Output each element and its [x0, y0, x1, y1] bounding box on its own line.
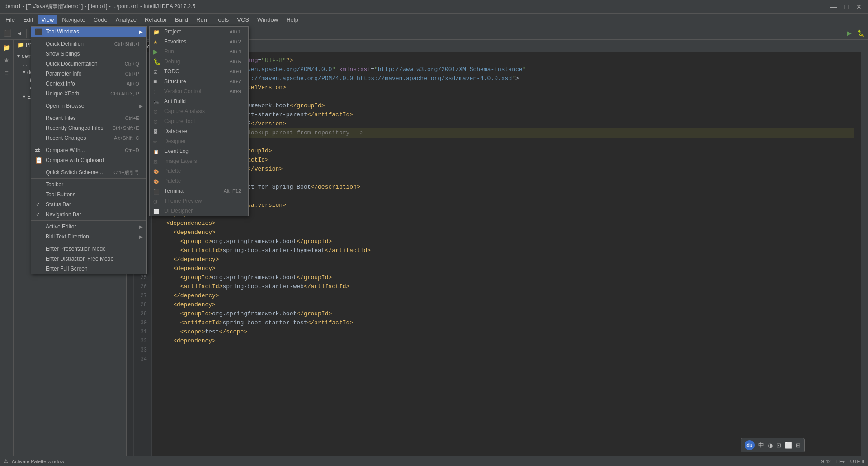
menu-open-in-browser[interactable]: Open in Browser: [31, 101, 146, 111]
baidu-icon-3[interactable]: ⬜: [785, 442, 792, 449]
title-controls: — □ ✕: [829, 3, 863, 10]
toolbar-btn-2[interactable]: ◂: [14, 28, 24, 38]
menu-navigate[interactable]: Navigate: [58, 15, 89, 24]
line-num: 33: [136, 346, 150, 355]
close-button[interactable]: ✕: [854, 3, 863, 10]
menu-context-info[interactable]: Context Info Alt+Q: [31, 79, 146, 89]
menu-distraction-free[interactable]: Enter Distraction Free Mode: [31, 254, 146, 264]
menu-navigation-bar[interactable]: Navigation Bar: [31, 209, 146, 219]
baidu-icon-1[interactable]: ◑: [768, 442, 773, 449]
menu-compare-with[interactable]: ⇄ Compare With... Ctrl+D: [31, 145, 146, 155]
menu-recent-changes[interactable]: Recent Changes Alt+Shift+C: [31, 133, 146, 143]
code-line: </properties>: [159, 210, 854, 219]
menu-recent-files[interactable]: Recent Files Ctrl+E: [31, 113, 146, 123]
menu-run[interactable]: Run: [193, 15, 211, 24]
sidebar-structure-icon[interactable]: ≡: [1, 67, 13, 79]
submenu-todo[interactable]: TODO Alt+6: [150, 67, 248, 76]
menu-tool-windows[interactable]: ⬛ Tool Windows: [31, 27, 146, 37]
menu-presentation-mode[interactable]: Enter Presentation Mode: [31, 244, 146, 254]
shortcut-changed: Ctrl+Shift+E: [103, 125, 139, 131]
toolbar-debug-btn[interactable]: 🐛: [855, 28, 866, 38]
line-num: 31: [136, 328, 150, 337]
sep: [31, 243, 146, 243]
menu-edit[interactable]: Edit: [19, 15, 37, 24]
menu-status-bar[interactable]: Status Bar: [31, 200, 146, 209]
shortcut-param-info: Ctrl+P: [116, 71, 139, 76]
ant-icon: [153, 98, 159, 105]
sep: [31, 38, 146, 38]
submenu-project[interactable]: Project Alt+1: [150, 27, 248, 37]
menu-tool-buttons[interactable]: Tool Buttons: [31, 190, 146, 200]
code-line: <dependencies>: [159, 219, 854, 228]
menu-show-siblings[interactable]: Show Siblings: [31, 49, 146, 59]
menu-active-editor[interactable]: Active Editor: [31, 222, 146, 232]
menu-recently-changed[interactable]: Recently Changed Files Ctrl+Shift+E: [31, 123, 146, 133]
submenu-ui-designer: UI Designer: [150, 206, 248, 216]
menu-view[interactable]: View: [38, 15, 57, 24]
code-line: <groupId>org.springframework.boot</group…: [159, 273, 854, 282]
shortcut-terminal: Alt+F12: [215, 188, 241, 194]
menu-code[interactable]: Code: [90, 15, 111, 24]
code-line: </parent>: [159, 138, 854, 147]
menu-file[interactable]: File: [2, 15, 19, 24]
submenu-event-log[interactable]: Event Log: [150, 146, 248, 156]
menu-quick-definition[interactable]: Quick Definition Ctrl+Shift+I: [31, 39, 146, 49]
menu-window[interactable]: Window: [254, 15, 282, 24]
baidu-ime[interactable]: du 中 ◑ ⊡ ⬜ ⊞: [741, 438, 805, 452]
line-num: 28: [136, 300, 150, 309]
capture-analysis-icon: [153, 108, 158, 115]
project-icon: 📁: [17, 42, 24, 48]
shortcut-vc: Alt+9: [221, 89, 241, 94]
code-line: <properties>: [159, 192, 854, 201]
terminal-icon: [153, 187, 160, 195]
menu-compare-clipboard[interactable]: 📋 Compare with Clipboard: [31, 155, 146, 165]
status-text: Activate Palette window: [12, 459, 64, 464]
minimize-button[interactable]: —: [829, 3, 838, 10]
tools-submenu-dropdown: Project Alt+1 Favorites Alt+2 ▶ Run Alt+…: [149, 26, 249, 216]
code-line: <artifactId>spring-boot-starter-parent</…: [159, 110, 854, 119]
capture-tool-icon: [153, 118, 158, 125]
code-line: <artifactId>demo</artifactId>: [159, 156, 854, 165]
submenu-database[interactable]: Database: [150, 126, 248, 136]
menu-parameter-info[interactable]: Parameter Info Ctrl+P: [31, 69, 146, 79]
submenu-theme-preview: Theme Preview: [150, 196, 248, 206]
toolbar-sep-1: [26, 29, 27, 38]
menu-build[interactable]: Build: [171, 15, 192, 24]
code-editor[interactable]: <?xml version="1.0" encoding="UTF-8"?> <…: [152, 52, 861, 466]
toolbar-btn-1[interactable]: ⬛: [2, 28, 13, 38]
menu-tools[interactable]: Tools: [212, 15, 232, 24]
submenu-ant-build[interactable]: Ant Build: [150, 96, 248, 106]
submenu-terminal[interactable]: Terminal Alt+F12: [150, 186, 248, 196]
menu-refactor[interactable]: Refactor: [141, 15, 170, 24]
shortcut-debug: Alt+5: [221, 59, 241, 64]
tree-expand-icon: ▾: [23, 69, 25, 76]
menu-unique-xpath[interactable]: Unique XPath Ctrl+Alt+X, P: [31, 89, 146, 99]
baidu-chinese-char: 中: [758, 441, 764, 449]
toolbar-run-btn[interactable]: ▶: [844, 28, 854, 38]
submenu-debug: 🐛 Debug Alt+5: [150, 57, 248, 67]
menu-quick-switch[interactable]: Quick Switch Scheme... Ctrl+后引号: [31, 167, 146, 177]
menu-vcs[interactable]: VCS: [233, 15, 253, 24]
tree-item-label: . .: [23, 61, 27, 67]
sidebar-project-icon[interactable]: 📁: [1, 42, 13, 53]
menu-quick-documentation[interactable]: Quick Documentation Ctrl+Q: [31, 59, 146, 69]
compare-icon: ⇄: [35, 147, 40, 154]
code-line: <version>2.3.1.RELEASE</version>: [159, 119, 854, 128]
code-line: <dependency>: [159, 264, 854, 273]
menu-analyze[interactable]: Analyze: [112, 15, 140, 24]
structure-icon: [153, 78, 157, 85]
maximize-button[interactable]: □: [842, 3, 851, 10]
menu-fullscreen[interactable]: Enter Full Screen: [31, 264, 146, 274]
line-num: 25: [136, 273, 150, 282]
menu-help[interactable]: Help: [283, 15, 302, 24]
menu-bidi-text[interactable]: Bidi Text Direction: [31, 232, 146, 242]
shortcut-structure: Alt+7: [221, 79, 241, 84]
submenu-favorites[interactable]: Favorites Alt+2: [150, 37, 248, 47]
tree-expand-icon: ▾: [17, 53, 20, 59]
baidu-icon-4[interactable]: ⊞: [796, 442, 801, 449]
sidebar-favorites-icon[interactable]: ★: [1, 54, 13, 66]
baidu-icon-2[interactable]: ⊡: [776, 442, 781, 449]
menu-toolbar[interactable]: Toolbar: [31, 180, 146, 190]
code-line: <dependency>: [159, 337, 854, 346]
submenu-structure[interactable]: Structure Alt+7: [150, 76, 248, 86]
